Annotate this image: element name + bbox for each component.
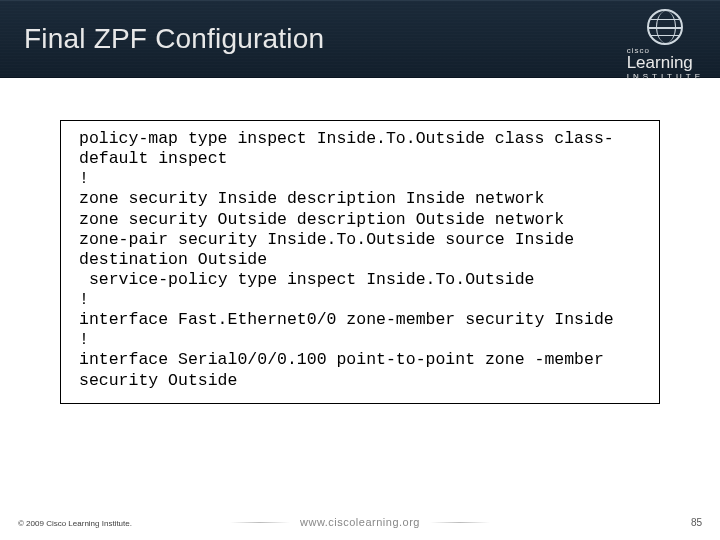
slide-footer: © 2009 Cisco Learning Institute. www.cis… [0, 510, 720, 530]
logo-brand: cisco [627, 47, 704, 55]
slide-content: policy-map type inspect Inside.To.Outsid… [60, 120, 660, 404]
globe-icon [647, 9, 683, 45]
footer-url: www.ciscolearning.org [300, 516, 420, 528]
cisco-learning-logo: cisco Learning INSTITUTE [627, 9, 704, 82]
logo-text: cisco Learning INSTITUTE [627, 47, 704, 82]
page-number: 85 [691, 517, 702, 528]
configuration-code-block: policy-map type inspect Inside.To.Outsid… [60, 120, 660, 404]
slide-header: Final ZPF Configuration cisco Learning I… [0, 0, 720, 78]
slide-title: Final ZPF Configuration [24, 23, 324, 55]
copyright-text: © 2009 Cisco Learning Institute. [18, 519, 132, 528]
logo-sub: INSTITUTE [627, 73, 704, 81]
logo-product: Learning [627, 54, 704, 72]
